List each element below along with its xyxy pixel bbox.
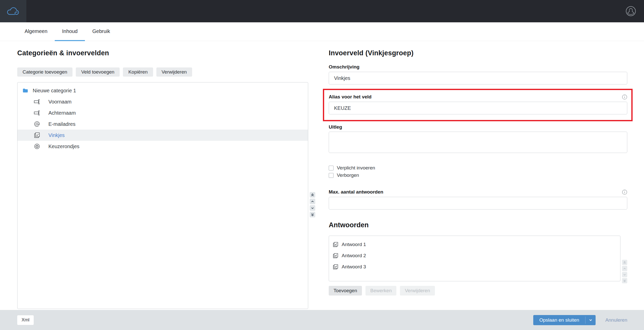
alias-input[interactable] xyxy=(329,102,627,114)
checked-checkbox-icon xyxy=(333,264,339,270)
footer-actions: Opslaan en sluiten Annuleren xyxy=(533,315,627,325)
double-chevron-down-icon xyxy=(623,279,626,282)
verborgen-checkbox[interactable] xyxy=(329,173,334,178)
add-category-button[interactable]: Categorie toevoegen xyxy=(17,67,72,77)
footer-bar: Xml Opslaan en sluiten Annuleren xyxy=(0,310,644,330)
save-and-close-button[interactable]: Opslaan en sluiten xyxy=(533,315,585,325)
verplicht-invoeren-label: Verplicht invoeren xyxy=(337,165,375,171)
top-bar xyxy=(0,0,644,22)
chevron-down-icon xyxy=(311,206,314,210)
double-chevron-up-icon xyxy=(311,193,314,197)
category-tree: Nieuwe categorie 1 Voornaam Achternaam E… xyxy=(17,82,308,309)
user-icon xyxy=(625,6,636,16)
tab-bar: Algemeen Inhoud Gebruik xyxy=(0,22,644,41)
antwoorden-reorder-controls xyxy=(622,260,627,283)
chevron-down-icon xyxy=(589,318,593,322)
omschrijving-label: Omschrijving xyxy=(329,64,359,70)
tree-field-emailadres[interactable]: E-mailadres xyxy=(17,118,308,130)
double-chevron-up-icon xyxy=(623,261,626,264)
alias-highlight-box: Alias voor het veld xyxy=(323,89,633,121)
save-split-button: Opslaan en sluiten xyxy=(533,315,596,325)
folder-icon xyxy=(22,87,29,94)
antwoord-move-bottom-button[interactable] xyxy=(622,278,627,283)
antwoord-edit-button[interactable]: Bewerken xyxy=(365,286,397,296)
tree-field-label: Vinkjes xyxy=(48,132,65,138)
field-reorder-controls xyxy=(310,192,315,217)
tree-category-nieuwe-categorie-1[interactable]: Nieuwe categorie 1 xyxy=(17,85,308,96)
move-top-button[interactable] xyxy=(310,192,315,198)
antwoord-add-button[interactable]: Toevoegen xyxy=(329,286,362,296)
save-options-dropdown-button[interactable] xyxy=(585,315,596,325)
antwoord-label: Antwoord 1 xyxy=(342,242,366,247)
antwoord-list-item[interactable]: Antwoord 1 xyxy=(329,239,620,250)
tree-field-achternaam[interactable]: Achternaam xyxy=(17,107,308,118)
verborgen-option: Verborgen xyxy=(329,172,627,178)
copy-button[interactable]: Kopiëren xyxy=(123,67,153,77)
categories-panel: Categorieën & invoervelden Categorie toe… xyxy=(17,41,308,309)
tab-label: Algemeen xyxy=(25,28,47,34)
checkbox-icon xyxy=(34,132,40,138)
max-antwoorden-label: Max. aantal antwoorden xyxy=(329,189,383,195)
verborgen-label: Verborgen xyxy=(337,172,359,178)
text-field-icon xyxy=(34,98,40,105)
tab-gebruik[interactable]: Gebruik xyxy=(85,22,117,41)
move-down-button[interactable] xyxy=(310,205,315,211)
categories-toolbar: Categorie toevoegen Veld toevoegen Kopië… xyxy=(17,67,308,77)
info-icon[interactable] xyxy=(622,94,627,100)
tree-field-label: Keuzerondjes xyxy=(48,144,79,149)
antwoord-list-item[interactable]: Antwoord 3 xyxy=(329,261,620,272)
antwoorden-actions: Toevoegen Bewerken Verwijderen xyxy=(329,286,627,296)
antwoord-move-down-button[interactable] xyxy=(622,272,627,277)
add-field-button[interactable]: Veld toevoegen xyxy=(76,67,120,77)
double-chevron-down-icon xyxy=(311,213,314,216)
chevron-down-icon xyxy=(623,273,626,276)
antwoord-delete-button[interactable]: Verwijderen xyxy=(400,286,435,296)
verplicht-invoeren-checkbox[interactable] xyxy=(329,166,334,170)
move-up-button[interactable] xyxy=(310,199,315,204)
tree-field-voornaam[interactable]: Voornaam xyxy=(17,96,308,107)
antwoord-label: Antwoord 2 xyxy=(342,253,366,258)
categories-panel-title: Categorieën & invoervelden xyxy=(17,49,308,57)
omschrijving-input[interactable] xyxy=(329,72,627,84)
tree-field-keuzerondjes[interactable]: Keuzerondjes xyxy=(17,141,308,152)
uitleg-label: Uitleg xyxy=(329,124,342,130)
tree-field-label: E-mailadres xyxy=(48,121,76,127)
app-logo[interactable] xyxy=(0,0,26,22)
antwoorden-list: Antwoord 1 Antwoord 2 Antwoord 3 xyxy=(329,236,620,281)
antwoorden-list-wrap: Antwoord 1 Antwoord 2 Antwoord 3 xyxy=(329,236,620,281)
tab-algemeen[interactable]: Algemeen xyxy=(17,22,55,41)
antwoord-label: Antwoord 3 xyxy=(342,264,366,270)
chevron-up-icon xyxy=(311,200,314,203)
antwoorden-title: Antwoorden xyxy=(329,221,627,229)
antwoord-list-item[interactable]: Antwoord 2 xyxy=(329,250,620,261)
checked-checkbox-icon xyxy=(333,253,339,259)
cloud-icon xyxy=(5,6,21,17)
field-editor-panel: Invoerveld (Vinkjesgroep) Omschrijving A… xyxy=(329,41,627,296)
user-menu-button[interactable] xyxy=(618,6,644,16)
text-field-icon xyxy=(34,110,40,116)
max-antwoorden-input[interactable] xyxy=(329,197,627,210)
tree-field-vinkjes-selected[interactable]: Vinkjes xyxy=(17,130,308,141)
cancel-link[interactable]: Annuleren xyxy=(605,317,627,323)
alias-label: Alias voor het veld xyxy=(329,94,372,100)
chevron-up-icon xyxy=(623,267,626,270)
tree-category-label: Nieuwe categorie 1 xyxy=(33,88,76,94)
options-checkbox-group: Verplicht invoeren Verborgen xyxy=(329,165,627,178)
uitleg-textarea[interactable] xyxy=(329,132,627,153)
field-editor-title: Invoerveld (Vinkjesgroep) xyxy=(329,49,627,57)
tab-label: Inhoud xyxy=(62,28,78,34)
tab-label: Gebruik xyxy=(92,28,110,34)
antwoord-move-top-button[interactable] xyxy=(622,260,627,265)
xml-button[interactable]: Xml xyxy=(17,315,34,325)
checked-checkbox-icon xyxy=(333,241,339,248)
move-bottom-button[interactable] xyxy=(310,212,315,217)
radio-icon xyxy=(34,143,40,150)
delete-button[interactable]: Verwijderen xyxy=(156,67,192,77)
tab-inhoud[interactable]: Inhoud xyxy=(55,22,85,41)
verplicht-invoeren-option: Verplicht invoeren xyxy=(329,165,627,171)
tree-field-label: Achternaam xyxy=(48,110,76,116)
at-icon xyxy=(34,121,40,127)
tree-field-label: Voornaam xyxy=(48,99,71,105)
info-icon[interactable] xyxy=(622,189,627,195)
antwoord-move-up-button[interactable] xyxy=(622,266,627,271)
